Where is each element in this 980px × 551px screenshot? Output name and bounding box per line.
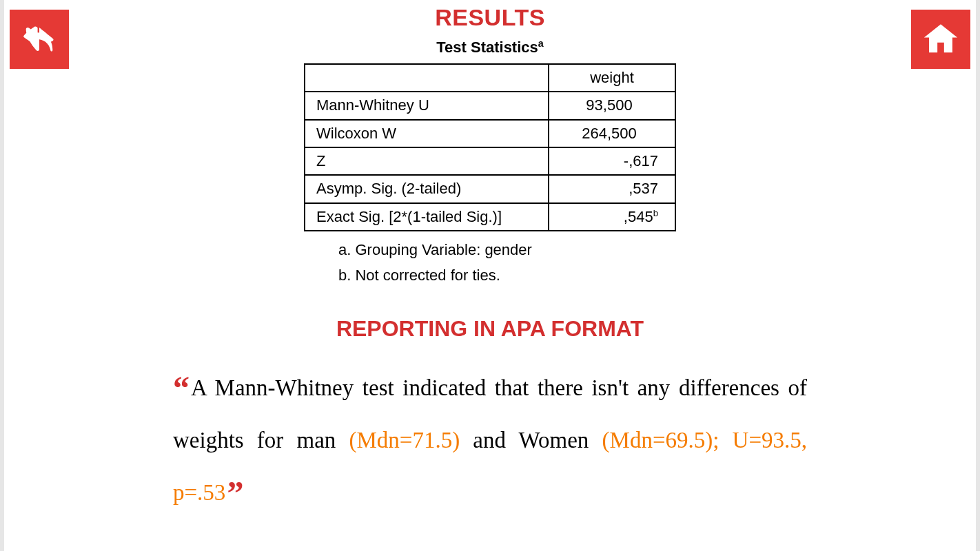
- right-border: [976, 0, 980, 551]
- apa-mdn-1: (Mdn=71.5): [349, 428, 460, 453]
- table-row: Wilcoxon W 264,500: [305, 120, 675, 147]
- home-button[interactable]: [911, 10, 970, 69]
- row-label: Mann-Whitney U: [305, 92, 549, 119]
- table-row: Exact Sig. [2*(1-tailed Sig.)] ,545b: [305, 203, 675, 231]
- quote-open-icon: “: [173, 370, 190, 406]
- table-row: Mann-Whitney U 93,500: [305, 92, 675, 119]
- home-icon: [921, 19, 961, 59]
- row-label: Z: [305, 147, 549, 175]
- footnotes: a. Grouping Variable: gender b. Not corr…: [297, 237, 683, 289]
- back-icon: [19, 19, 59, 59]
- back-button[interactable]: [10, 10, 69, 69]
- left-border: [0, 0, 4, 551]
- results-title: RESULTS: [90, 4, 890, 31]
- test-statistics-table: weight Mann-Whitney U 93,500 Wilcoxon W …: [304, 63, 676, 231]
- row-label: Wilcoxon W: [305, 120, 549, 147]
- table-header-row: weight: [305, 64, 675, 92]
- table-row: Asymp. Sig. (2-tailed) ,537: [305, 175, 675, 202]
- table-row: Z -,617: [305, 147, 675, 175]
- apa-title: REPORTING IN APA FORMAT: [90, 316, 890, 342]
- footnote-a: a. Grouping Variable: gender: [338, 237, 683, 262]
- row-value: ,545b: [549, 203, 675, 231]
- row-label: Asymp. Sig. (2-tailed): [305, 175, 549, 202]
- row-value: ,537: [549, 175, 675, 202]
- row-label: Exact Sig. [2*(1-tailed Sig.)]: [305, 203, 549, 231]
- row-value: 264,500: [549, 120, 675, 147]
- main-content: RESULTS Test Statisticsa weight Mann-Whi…: [90, 4, 890, 519]
- table-caption: Test Statisticsa: [90, 38, 890, 56]
- weight-header: weight: [549, 64, 675, 92]
- row-value: -,617: [549, 147, 675, 175]
- table-caption-text: Test Statistics: [436, 39, 538, 56]
- table-caption-sup: a: [538, 38, 544, 49]
- quote-close-icon: ”: [227, 475, 243, 511]
- page-root: RESULTS Test Statisticsa weight Mann-Whi…: [0, 0, 980, 551]
- row-value: 93,500: [549, 92, 675, 119]
- apa-paragraph: “A Mann-Whitney test indicated that ther…: [90, 362, 890, 519]
- apa-text-2: and Women: [460, 428, 602, 453]
- blank-header: [305, 64, 549, 92]
- footnote-b: b. Not corrected for ties.: [338, 262, 683, 288]
